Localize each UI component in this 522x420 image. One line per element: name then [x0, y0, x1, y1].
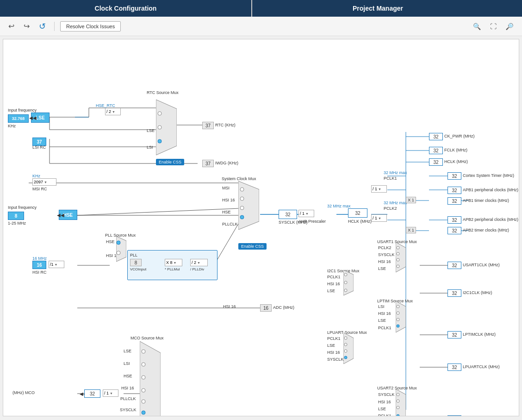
clock-config-tab[interactable]: Clock Configuration [0, 0, 252, 17]
pll-mul-label: * PLLMul [165, 267, 180, 271]
lptimclk-label: LPTIMCLK (MHz) [463, 332, 496, 337]
apb2-periph-label: APB2 peripheral clocks (MHz) [463, 217, 518, 222]
resolve-clock-button[interactable]: Resolve Clock Issues [60, 21, 121, 31]
enable-css-button-main[interactable]: Enable CSS [238, 243, 267, 250]
lpuart-hsi16: HSI 16 [327, 350, 340, 355]
hclk-box[interactable]: 32 [348, 208, 367, 218]
i2c1-mux-shape [343, 270, 354, 295]
header-corner [503, 0, 522, 17]
refresh-button[interactable]: ↺ [36, 20, 49, 33]
lsi-mux-label: LSI [147, 145, 153, 150]
redo-button[interactable]: ↪ [21, 20, 32, 32]
diagram-lines [3, 39, 519, 416]
lptim-lsi: LSI [378, 304, 385, 309]
svg-point-84 [397, 393, 399, 396]
usart2-hsi16: HSI 16 [378, 400, 391, 404]
hsi-rc-label: HSI RC [32, 270, 47, 275]
apb2-timer-label: APB2 timer clocks (MHz) [463, 228, 509, 232]
apb2-prescaler-dropdown[interactable]: / 1 [371, 214, 387, 222]
pll-div-dropdown[interactable]: / 2 [190, 259, 208, 266]
fclk-box: 32 [429, 147, 443, 154]
mco-value-box: 32 [84, 389, 100, 398]
i2c1clk-label: I2C1CLK (MHz) [463, 290, 492, 295]
mco-sysclk-label: SYSCLK [120, 407, 137, 412]
hse-div2-dropdown[interactable]: / 2 [105, 108, 121, 115]
hsi16-adc-label: HSI 16 [223, 304, 236, 309]
adc-mhz-label: ADC (MHz) [273, 305, 294, 310]
mco-prescaler-dropdown[interactable]: / 1 [103, 389, 118, 397]
hse-pll-label: HSE [106, 239, 115, 244]
svg-point-51 [240, 206, 244, 210]
mco-pllclk-label: PLLCLK [120, 396, 136, 401]
lptim-lse: LSE [378, 318, 386, 323]
zoom-out-button[interactable]: 🔍 [503, 21, 516, 31]
hclk-max-label: 32 MHz max [327, 204, 351, 208]
svg-marker-83 [396, 389, 406, 416]
lpuart-sysclk: SYSCLK [327, 357, 344, 362]
i2c1clk-box: 32 [447, 289, 461, 297]
cortex-timer-box: 32 [447, 172, 461, 180]
apb1-timer-label: APB1 timer clocks (MHz) [463, 198, 509, 203]
ahb-prescaler-label: AHB Prescaler [298, 219, 326, 224]
pll-source-mux-shape [116, 236, 126, 262]
usart2-lse: LSE [378, 407, 386, 411]
zoom-in-button[interactable]: 🔍 [470, 21, 484, 31]
svg-marker-53 [116, 236, 126, 262]
svg-point-47 [158, 139, 162, 143]
rtc-source-mux-label: RTC Source Mux [147, 90, 179, 95]
apb2-max-label: 32 MHz max [384, 201, 407, 205]
mco-hsi16-label: HSI 16 [121, 386, 134, 390]
svg-point-57 [142, 350, 145, 353]
svg-point-45 [158, 112, 162, 115]
svg-point-59 [142, 376, 145, 379]
i2c1-lse: LSE [327, 288, 335, 293]
svg-point-52 [240, 215, 244, 219]
hsi-value-box: 16 [32, 261, 46, 269]
project-manager-tab[interactable]: Project Manager [252, 0, 503, 17]
lsi-value-box: 37 [32, 138, 46, 146]
ck-pwr-label: CK_PWR (MHz) [444, 134, 475, 138]
svg-point-54 [117, 241, 120, 244]
input-freq-hse-label: Input frequency [8, 205, 37, 210]
hsi-prescaler-dropdown[interactable]: /1 [49, 261, 64, 268]
i2c1-pclk1: PCLK1 [327, 275, 341, 279]
svg-point-50 [240, 197, 244, 201]
apb1-timer-x1: X 1 [406, 197, 416, 203]
apb2-timer-x1: X 1 [406, 227, 416, 233]
lse-arrow-left: ◀◀ [29, 115, 37, 120]
svg-point-66 [397, 252, 399, 255]
enable-css-button-left[interactable]: Enable CSS [156, 159, 184, 165]
mco-mux-shape [140, 341, 161, 416]
clock-diagram-canvas: Input frequency 32.768 KHz LSE ◀◀ LSI RC… [3, 39, 519, 416]
fullscreen-button[interactable]: ⛶ [487, 21, 499, 31]
hse-value-box: 8 [8, 212, 24, 220]
lptim-source-mux-label: LPTIM Source Mux [377, 299, 413, 303]
vco-input-label: VCOInput [130, 267, 146, 271]
apb1-prescaler-dropdown[interactable]: / 1 [371, 185, 387, 193]
lptim-pclk1: PCLK1 [378, 326, 392, 330]
project-manager-title: Project Manager [353, 5, 403, 12]
msi-khz-label: KHz [32, 174, 40, 178]
apb1-periph-label: APB1 peripheral clocks (MHz) [463, 188, 518, 192]
svg-point-49 [240, 188, 244, 191]
svg-point-74 [397, 305, 399, 308]
usart1-sysclk: SYSCLK [378, 252, 395, 257]
undo-button[interactable]: ↩ [6, 20, 17, 32]
rtc-value-box: 37 [202, 122, 214, 129]
system-clock-mux-label: System Clock Mux [222, 176, 256, 181]
system-clock-mux-shape [238, 181, 259, 230]
apb1-periph-box: 32 [447, 187, 461, 194]
ahb-prescaler-dropdown[interactable]: / 1 [298, 210, 314, 217]
mco-hse-label: HSE [124, 374, 132, 378]
usart1-mux-shape [396, 242, 406, 272]
svg-point-55 [117, 251, 120, 255]
pll-mul-dropdown[interactable]: X 8 [165, 259, 182, 266]
svg-point-77 [397, 325, 399, 327]
diagram: Input frequency 32.768 KHz LSE ◀◀ LSI RC… [3, 39, 519, 416]
msi-rc-dropdown[interactable]: 2097 [32, 178, 56, 186]
hse-sysmux-label: HSE [222, 210, 231, 214]
usart2-sysclk: SYSCLK [378, 392, 395, 397]
apb2-periph-box: 32 [447, 216, 461, 224]
svg-point-46 [158, 125, 162, 129]
usart1-hsi16: HSI 16 [378, 259, 391, 264]
